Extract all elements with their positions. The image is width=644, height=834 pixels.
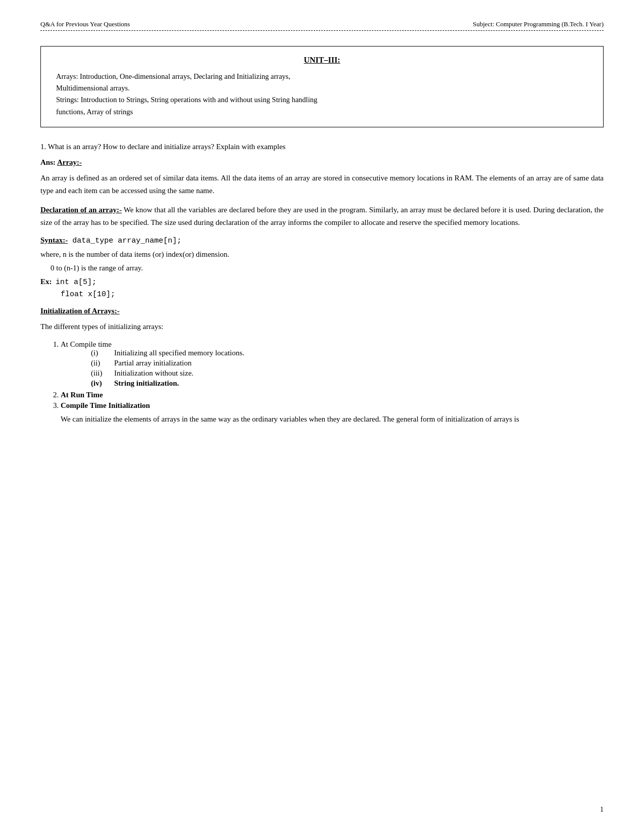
compile-sub-list: (i) Initializing all specified memory lo… (91, 349, 604, 388)
question-section: 1. What is an array? How to declare and … (40, 143, 604, 426)
question-text: What is an array? How to declare and ini… (48, 143, 286, 151)
page-header: Q&A for Previous Year Questions Subject:… (40, 20, 604, 28)
sub-text-iv: String initialization. (114, 379, 179, 388)
unit-content: Arrays: Introduction, One-dimensional ar… (56, 71, 588, 118)
compile-time-heading: Compile Time Initialization (61, 401, 150, 409)
compile-time-item: At Compile time (i) Initializing all spe… (61, 340, 604, 388)
ex-float: float x[10]; (61, 290, 115, 299)
ex-float-line: float x[10]; (61, 290, 604, 299)
compile-time-label: At Compile time (61, 340, 112, 348)
run-time-label: At Run Time (61, 391, 103, 399)
declaration-text: We know that all the variables are decla… (40, 206, 604, 226)
sub-text-iii: Initialization without size. (114, 369, 193, 378)
sub-item-iii: (iii) Initialization without size. (91, 369, 604, 378)
syntax-code: data_type array_name[n]; (68, 237, 181, 245)
page-number: 1 (600, 806, 604, 814)
ex-int: int a[5]; (56, 278, 96, 287)
init-list: At Compile time (i) Initializing all spe… (61, 340, 604, 426)
sub-item-iv: (iv) String initialization. (91, 379, 604, 388)
sub-item-ii: (ii) Partial array initialization (91, 359, 604, 367)
ans-label: Ans: Array:- (40, 158, 604, 167)
array-definition-para: An array is defined as an ordered set of… (40, 172, 604, 197)
sub-label-i: (i) (91, 349, 109, 357)
declaration-heading: Declaration of an array:- (40, 206, 122, 214)
syntax-label: Syntax:- (40, 236, 68, 244)
unit-line3: Strings: Introduction to Strings, String… (56, 96, 317, 104)
sub-label-ii: (ii) (91, 359, 109, 367)
compile-time-para: We can initialize the elements of arrays… (61, 413, 604, 426)
unit-line1: Arrays: Introduction, One-dimensional ar… (56, 72, 290, 80)
unit-title: UNIT–III: (56, 56, 588, 65)
sub-label-iii: (iii) (91, 369, 109, 378)
syntax-line: Syntax:- data_type array_name[n]; (40, 236, 604, 245)
question-number: 1. (40, 143, 46, 151)
header-left: Q&A for Previous Year Questions (40, 20, 130, 28)
init-intro: The different types of initializing arra… (40, 320, 604, 333)
header-divider (40, 30, 604, 31)
ex-label: Ex: (40, 277, 52, 286)
header-right: Subject: Computer Programming (B.Tech. I… (473, 20, 604, 28)
sub-item-i: (i) Initializing all specified memory lo… (91, 349, 604, 357)
init-heading: Initialization of Arrays:- (40, 307, 604, 315)
sub-text-i: Initializing all specified memory locati… (114, 349, 244, 357)
unit-box: UNIT–III: Arrays: Introduction, One-dime… (40, 46, 604, 127)
where-line: where, n is the number of data items (or… (40, 250, 604, 259)
question-1: 1. What is an array? How to declare and … (40, 143, 604, 151)
declaration-para: Declaration of an array:- We know that a… (40, 204, 604, 229)
sub-label-iv: (iv) (91, 379, 109, 388)
sub-text-ii: Partial array initialization (114, 359, 191, 367)
unit-line2: Multidimensional arrays. (56, 84, 130, 92)
compile-time-heading-item: Compile Time Initialization We can initi… (61, 401, 604, 426)
range-line: 0 to (n-1) is the range of array. (51, 264, 604, 272)
unit-line4: functions, Array of strings (56, 108, 133, 116)
ex-line: Ex: int a[5]; (40, 277, 604, 287)
run-time-item: At Run Time (61, 391, 604, 399)
ans-underline: Array:- (57, 158, 82, 166)
